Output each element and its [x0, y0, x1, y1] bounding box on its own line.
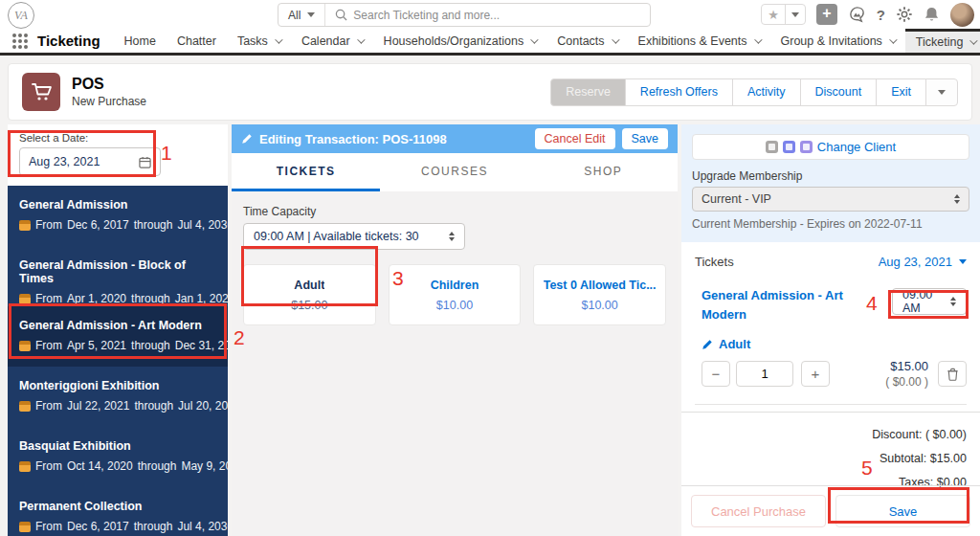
discount-total: Discount: ( $0.00): [681, 423, 967, 447]
date-picker-section: Select a Date:: [8, 124, 228, 186]
event-list-item[interactable]: General Admission - Block of Times FromA…: [8, 246, 228, 306]
tab-shop[interactable]: SHOP: [529, 153, 678, 191]
cart-event-link[interactable]: General Admission - Art Modern: [702, 286, 859, 324]
event-list-item[interactable]: Basquiat Exhibition FromOct 14, 2020thro…: [8, 427, 228, 487]
tab-group-invitations[interactable]: Group & Invitations: [770, 29, 905, 53]
nav-bar: Ticketing Home Chatter Tasks Calendar Ho…: [0, 29, 980, 56]
global-search: All: [278, 3, 651, 27]
favorites-star-icon[interactable]: ★: [762, 5, 785, 24]
pencil-icon: [241, 133, 253, 145]
event-sidebar: Select a Date: General Admission FromDec…: [8, 124, 228, 536]
tab-exhibitions-events[interactable]: Exhibitions & Events: [628, 29, 770, 53]
tab-courses[interactable]: COURSES: [380, 153, 528, 191]
event-list-item[interactable]: Monteriggioni Exhibition FromJul 22, 202…: [8, 367, 228, 427]
favorites-caret-icon[interactable]: [785, 5, 805, 24]
tickets-label: Tickets: [695, 255, 734, 269]
tab-home[interactable]: Home: [114, 29, 167, 53]
ticket-type-cards: Adult $15.00 Children $10.00 Test 0 Allo…: [243, 264, 666, 325]
client-section: Change Client Upgrade Membership Current…: [681, 124, 980, 242]
date-input[interactable]: [29, 155, 139, 168]
tab-ticketing[interactable]: Ticketing: [905, 29, 980, 53]
cart-date-dropdown[interactable]: Aug 23, 2021: [879, 255, 967, 269]
setup-gear-icon[interactable]: [896, 6, 913, 23]
search-scope-dropdown[interactable]: All: [278, 4, 325, 26]
more-actions-dropdown[interactable]: [925, 78, 958, 106]
client-account-icon: [783, 141, 795, 153]
discount-button[interactable]: Discount: [800, 78, 878, 106]
tab-tickets[interactable]: TICKETS: [232, 153, 380, 191]
save-purchase-button[interactable]: Save: [835, 495, 970, 527]
save-transaction-button[interactable]: Save: [622, 128, 669, 149]
quantity-input[interactable]: [736, 361, 793, 387]
calendar-emoji-icon: [19, 461, 31, 472]
screen: VA All ★ + ?: [0, 0, 980, 536]
main-panel: Editing Transaction: POS-11098 Cancel Ed…: [232, 124, 678, 536]
stepper-icon: [954, 194, 960, 204]
reserve-button[interactable]: Reserve: [550, 78, 626, 106]
notifications-bell-icon[interactable]: [924, 6, 940, 23]
membership-note: Current Membership - Expires on 2022-07-…: [692, 217, 969, 231]
caret-down-icon: [959, 259, 967, 264]
chevron-down-icon: [889, 35, 897, 43]
delete-line-item-button[interactable]: [938, 361, 967, 387]
user-avatar[interactable]: [950, 3, 974, 27]
pos-action-buttons: Reserve Refresh Offers Activity Discount…: [550, 78, 958, 106]
chevron-down-icon: [612, 35, 619, 43]
activity-button[interactable]: Activity: [732, 78, 801, 106]
cancel-purchase-button[interactable]: Cancel Purchase: [691, 495, 826, 527]
chevron-down-icon: [754, 35, 762, 43]
catalog-tabs: TICKETS COURSES SHOP: [232, 153, 678, 191]
transaction-bar: Editing Transaction: POS-11098 Cancel Ed…: [232, 124, 678, 153]
logo-text: VA: [14, 9, 28, 23]
time-select[interactable]: 09:00 AM: [892, 288, 967, 315]
event-list-item[interactable]: General Admission FromDec 6, 2017through…: [8, 186, 228, 246]
ticket-card-adult[interactable]: Adult $15.00: [243, 264, 376, 325]
page-title: POS: [72, 76, 146, 93]
calendar-icon[interactable]: [139, 156, 151, 168]
subtotal: Subtotal: $15.00: [681, 447, 967, 471]
page-subtitle: New Purchase: [72, 95, 146, 108]
line-item-row: − + $15.00 ( $0.00 ): [702, 359, 967, 389]
change-client-button[interactable]: Change Client: [692, 134, 969, 160]
chevron-down-icon: [970, 36, 978, 44]
ticket-card-test[interactable]: Test 0 Allowed Tic... $10.00: [533, 264, 666, 325]
refresh-offers-button[interactable]: Refresh Offers: [625, 78, 733, 106]
ticket-card-children[interactable]: Children $10.00: [389, 264, 522, 325]
help-icon[interactable]: ?: [877, 7, 885, 23]
client-contact-icon: [766, 141, 778, 153]
tab-tasks[interactable]: Tasks: [227, 29, 291, 53]
date-picker[interactable]: [19, 147, 161, 176]
search-input[interactable]: [353, 9, 650, 22]
app-name: Ticketing: [37, 33, 100, 49]
caret-down-icon: [938, 90, 946, 95]
add-icon[interactable]: +: [816, 4, 837, 25]
cancel-edit-button[interactable]: Cancel Edit: [535, 128, 615, 149]
quantity-minus-button[interactable]: −: [702, 361, 730, 387]
stepper-icon: [950, 297, 956, 306]
calendar-emoji-icon: [19, 220, 31, 231]
guidance-center-icon[interactable]: [848, 6, 866, 24]
header-actions: ★ + ?: [761, 0, 974, 29]
calendar-emoji-icon: [19, 294, 31, 304]
tab-contacts[interactable]: Contacts: [546, 29, 627, 53]
exit-button[interactable]: Exit: [876, 78, 926, 106]
search-scope-value: All: [288, 9, 301, 22]
event-list-item[interactable]: Permanent Collection FromDec 6, 2017thro…: [8, 487, 228, 536]
chevron-down-icon: [275, 35, 282, 43]
quantity-plus-button[interactable]: +: [801, 361, 830, 387]
app-launcher-icon[interactable]: [12, 34, 28, 49]
tab-chatter[interactable]: Chatter: [167, 29, 227, 53]
line-item-discount: ( $0.00 ): [885, 375, 928, 389]
cart-footer: Cancel Purchase Save: [681, 485, 980, 536]
company-logo[interactable]: VA: [8, 2, 34, 29]
date-picker-label: Select a Date:: [19, 132, 216, 144]
event-list-item-selected[interactable]: General Admission - Art Modern FromApr 5…: [8, 306, 228, 367]
tab-households-organizations[interactable]: Households/Organizations: [373, 29, 547, 53]
time-capacity-select[interactable]: 09:00 AM | Available tickets: 30: [243, 223, 465, 250]
calendar-emoji-icon: [19, 341, 31, 351]
membership-select[interactable]: Current - VIP: [692, 187, 969, 212]
edit-pencil-icon[interactable]: [702, 339, 713, 350]
tab-calendar[interactable]: Calendar: [291, 29, 373, 53]
line-item-name[interactable]: Adult: [719, 337, 750, 351]
chevron-down-icon: [530, 35, 538, 43]
